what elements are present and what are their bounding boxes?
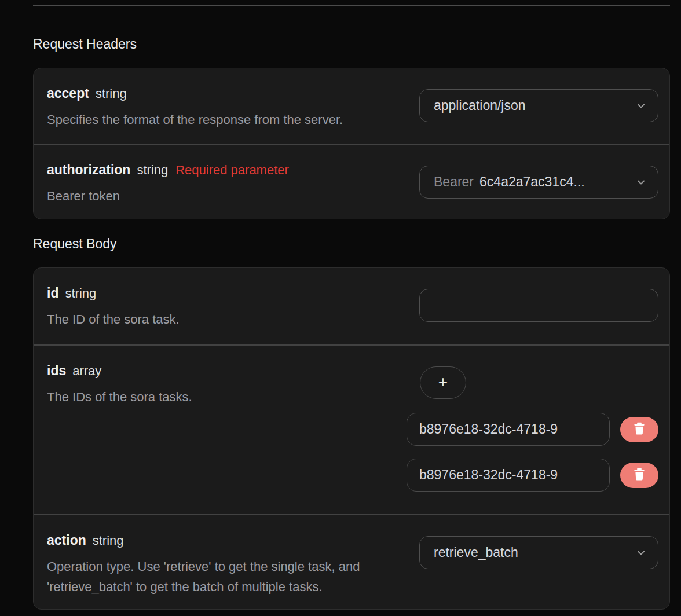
- top-divider: [33, 5, 670, 6]
- param-row-id: id string The ID of the sora task.: [34, 268, 669, 344]
- param-name: ids: [47, 362, 66, 379]
- param-type: string: [137, 162, 168, 179]
- action-select-value: retrieve_batch: [434, 545, 629, 560]
- param-type: string: [93, 532, 124, 549]
- param-control-authorization: Bearer 6c4a2a7ac31c4...: [406, 166, 658, 199]
- ids-item-input-1[interactable]: [407, 459, 610, 492]
- accept-select[interactable]: application/json: [419, 89, 658, 122]
- param-info-ids: ids array The IDs of the sora tasks.: [47, 362, 406, 407]
- id-input[interactable]: [419, 289, 658, 322]
- param-control-ids: +: [406, 366, 658, 492]
- param-name: id: [47, 284, 58, 302]
- param-title: ids array: [47, 362, 399, 380]
- request-headers-label: Request Headers: [33, 36, 681, 52]
- chevron-down-icon: [635, 176, 647, 189]
- request-headers-card: accept string Specifies the format of th…: [33, 68, 670, 219]
- request-body-card: id string The ID of the sora task. ids a…: [33, 267, 670, 610]
- add-item-button[interactable]: +: [420, 366, 466, 399]
- param-description: Specifies the format of the response fro…: [47, 109, 399, 130]
- param-name: accept: [47, 85, 89, 102]
- param-control-id: [406, 289, 658, 322]
- param-type: string: [65, 285, 96, 302]
- param-name: action: [47, 531, 86, 549]
- param-title: accept string: [47, 85, 399, 102]
- param-description: Operation type. Use 'retrieve' to get th…: [47, 556, 399, 597]
- param-info-authorization: authorization string Required parameter …: [47, 161, 406, 206]
- param-type: string: [96, 85, 127, 102]
- delete-item-button[interactable]: [620, 463, 658, 488]
- param-row-action: action string Operation type. Use 'retri…: [34, 514, 669, 609]
- trash-icon: [632, 421, 647, 438]
- param-control-accept: application/json: [406, 89, 658, 122]
- param-row-ids: ids array The IDs of the sora tasks. +: [34, 344, 669, 514]
- array-item-row: [407, 413, 658, 446]
- ids-item-input-0[interactable]: [407, 413, 610, 446]
- param-info-accept: accept string Specifies the format of th…: [47, 85, 406, 130]
- param-description: The IDs of the sora tasks.: [47, 387, 399, 407]
- param-title: action string: [47, 531, 399, 549]
- authorization-select[interactable]: Bearer 6c4a2a7ac31c4...: [419, 166, 658, 199]
- request-body-label: Request Body: [33, 236, 681, 252]
- param-control-action: retrieve_batch: [406, 536, 658, 569]
- chevron-down-icon: [635, 100, 647, 112]
- param-title: id string: [47, 284, 399, 302]
- param-info-action: action string Operation type. Use 'retri…: [47, 531, 406, 597]
- required-parameter-badge: Required parameter: [175, 162, 289, 179]
- authorization-select-value: 6c4a2a7ac31c4...: [479, 174, 629, 190]
- bearer-prefix: Bearer: [434, 174, 474, 190]
- delete-item-button[interactable]: [620, 417, 658, 442]
- param-info-id: id string The ID of the sora task.: [47, 284, 406, 329]
- param-description: Bearer token: [47, 186, 399, 206]
- chevron-down-icon: [635, 547, 647, 559]
- param-title: authorization string Required parameter: [47, 161, 399, 179]
- param-row-accept: accept string Specifies the format of th…: [34, 68, 669, 144]
- param-type: array: [72, 362, 101, 380]
- action-select[interactable]: retrieve_batch: [419, 536, 658, 569]
- accept-select-value: application/json: [434, 98, 629, 113]
- param-row-authorization: authorization string Required parameter …: [34, 144, 669, 219]
- array-item-row: [407, 459, 658, 492]
- plus-icon: +: [438, 374, 448, 390]
- trash-icon: [632, 467, 647, 483]
- param-name: authorization: [47, 161, 130, 178]
- param-description: The ID of the sora task.: [47, 309, 399, 329]
